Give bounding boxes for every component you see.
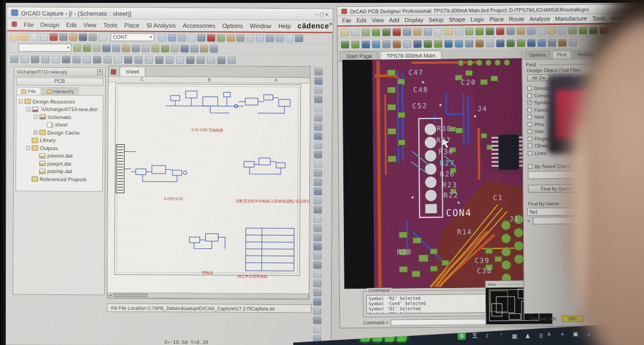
pcb-menu-item[interactable]: Logic — [470, 16, 484, 22]
toolbar-icon[interactable] — [313, 279, 321, 287]
expander-icon[interactable]: - — [26, 107, 30, 111]
toolbar-icon[interactable] — [124, 56, 132, 64]
toolbar-icon[interactable] — [382, 28, 390, 36]
toolbar-icon[interactable] — [444, 28, 453, 35]
tray-icon[interactable]: ▣ — [572, 329, 580, 338]
toolbar-icon[interactable] — [207, 56, 215, 64]
toolbar-icon[interactable] — [313, 307, 321, 315]
toolbar-icon[interactable] — [393, 40, 401, 48]
toolbar-icon[interactable] — [83, 56, 91, 63]
toolbar-icon[interactable] — [228, 57, 236, 64]
toolbar-icon[interactable] — [538, 39, 546, 47]
ime-tray-icon[interactable]: ☾ — [484, 332, 492, 340]
checkbox-icon[interactable] — [528, 164, 532, 169]
toolbar-icon[interactable] — [314, 123, 322, 131]
toolbar-icon[interactable] — [93, 56, 101, 63]
panel-tab[interactable]: Options — [524, 51, 550, 59]
toolbar-icon[interactable] — [538, 27, 546, 34]
toolbar-icon[interactable] — [161, 44, 169, 52]
toolbar-icon[interactable] — [517, 39, 525, 47]
toolbar-icon[interactable] — [246, 34, 254, 41]
toolbar-icon[interactable] — [341, 29, 349, 36]
ime-tray-icon[interactable]: S — [458, 332, 466, 340]
capture-window-controls[interactable]: – □ × — [315, 11, 328, 17]
toolbar-icon[interactable] — [517, 27, 525, 34]
toolbar-icon[interactable] — [362, 28, 370, 36]
checkbox-icon[interactable] — [527, 86, 532, 91]
toolbar-icon[interactable] — [465, 40, 473, 47]
toolbar-icon[interactable] — [197, 34, 205, 41]
toolbar-icon[interactable] — [496, 39, 504, 47]
toolbar-icon[interactable] — [49, 33, 57, 40]
pcb-menu-item[interactable]: Route — [509, 16, 524, 22]
toolbar-icon[interactable] — [372, 334, 383, 342]
toolbar-icon[interactable] — [168, 33, 176, 41]
schematic-hscrollbar[interactable]: ◂ — [108, 292, 309, 299]
pcb-menu-item[interactable]: Display — [404, 17, 423, 23]
toolbar-icon[interactable] — [166, 56, 174, 64]
toolbar-icon[interactable] — [315, 105, 323, 112]
toolbar-icon[interactable] — [176, 56, 184, 64]
toolbar-icon[interactable] — [52, 56, 60, 63]
toolbar-icon[interactable] — [30, 33, 38, 40]
ime-tray-icon[interactable]: 五 — [471, 332, 479, 340]
toolbar-icon[interactable] — [40, 33, 48, 40]
capture-menu-item[interactable]: Design — [40, 21, 59, 28]
toolbar-icon[interactable] — [275, 34, 283, 41]
toolbar-icon[interactable] — [10, 33, 18, 40]
toolbar-icon[interactable] — [236, 34, 244, 41]
toolbar-icon[interactable] — [382, 40, 390, 48]
toolbar-icon[interactable] — [413, 40, 421, 48]
toolbar-icon[interactable] — [217, 56, 225, 64]
capture-menu-item[interactable]: View — [83, 21, 97, 28]
toolbar-icon[interactable] — [496, 27, 504, 34]
toolbar-icon[interactable] — [444, 40, 453, 47]
toolbar-icon[interactable] — [314, 132, 322, 140]
toolbar-icon[interactable] — [313, 270, 321, 278]
tree-item[interactable]: - Outputs — [16, 144, 102, 152]
toolbar-icon[interactable] — [21, 56, 29, 63]
toolbar-icon[interactable] — [313, 243, 321, 250]
toolbar-icon[interactable] — [476, 28, 484, 35]
by-saved-query-checkbox[interactable]: By Saved Query — [528, 163, 570, 170]
toolbar-icon[interactable] — [114, 56, 122, 63]
tree-item[interactable]: - Schematic — [17, 113, 103, 121]
tree-item[interactable]: - Design Resources — [17, 98, 103, 106]
toolbar-icon[interactable] — [141, 44, 150, 52]
toolbar-icon[interactable] — [486, 39, 494, 47]
toolbar-icon[interactable] — [507, 39, 515, 47]
toolbar-icon[interactable] — [102, 44, 110, 52]
toolbar-icon[interactable] — [314, 169, 322, 177]
tray-icon[interactable]: ∧ — [545, 329, 553, 338]
toolbar-icon[interactable] — [83, 44, 91, 52]
toolbar-icon[interactable] — [455, 28, 463, 35]
toolbar-icon[interactable] — [158, 33, 166, 41]
toolbar-icon[interactable] — [314, 197, 322, 204]
expander-icon[interactable]: - — [19, 99, 23, 103]
toolbar-icon[interactable] — [315, 95, 323, 103]
toolbar-icon[interactable] — [313, 298, 321, 305]
tree-item[interactable]: pstxprt.dat — [16, 160, 102, 168]
toolbar-icon[interactable] — [69, 33, 77, 41]
toolbar-icon[interactable] — [171, 45, 179, 52]
checkbox-icon[interactable] — [528, 151, 532, 155]
selection-filter-combo[interactable]: CON7▾ — [110, 33, 154, 41]
toolbar-icon[interactable] — [579, 26, 587, 34]
toolbar-icon[interactable] — [314, 178, 322, 186]
pcb-menu-item[interactable]: Edit — [356, 17, 366, 24]
toolbar-icon[interactable] — [200, 45, 208, 52]
toolbar-icon[interactable] — [72, 56, 80, 63]
toolbar-icon[interactable] — [98, 33, 106, 41]
toolbar-icon[interactable] — [424, 40, 432, 47]
checkbox-icon[interactable] — [527, 122, 532, 126]
toolbar-icon[interactable] — [360, 334, 371, 342]
checkbox-icon[interactable] — [527, 115, 532, 120]
toolbar-icon[interactable] — [558, 39, 566, 46]
command-input[interactable] — [390, 319, 499, 326]
toolbar-icon[interactable] — [315, 77, 323, 85]
toolbar-icon[interactable] — [181, 45, 189, 52]
toolbar-icon[interactable] — [145, 56, 153, 64]
toolbar-icon[interactable] — [313, 252, 321, 259]
toolbar-icon[interactable] — [313, 325, 321, 333]
toolbar-icon[interactable] — [548, 27, 556, 34]
